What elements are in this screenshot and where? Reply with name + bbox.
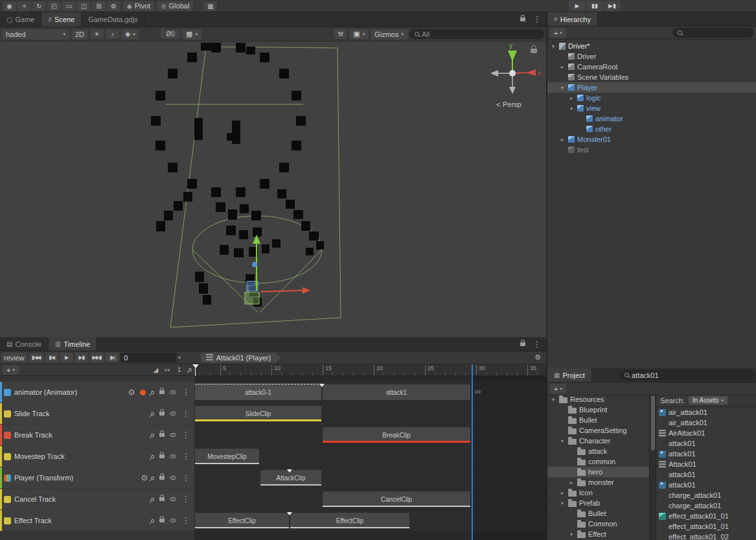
- rect-tool-icon[interactable]: ▭: [62, 1, 76, 11]
- lock-track-icon[interactable]: [159, 497, 165, 501]
- folder-monster[interactable]: ▸ monster: [547, 477, 649, 487]
- folder-camerasetting[interactable]: CameraSetting: [547, 425, 649, 436]
- folder-prefab[interactable]: ▾ Prefab: [547, 498, 649, 508]
- result-item[interactable]: AirAttack01: [656, 428, 756, 438]
- goto-start-button[interactable]: ▮◀◀: [29, 353, 43, 362]
- view-lock-icon[interactable]: [531, 49, 537, 53]
- clip-marker[interactable]: [287, 469, 292, 473]
- track-header-break[interactable]: Break Track ⋮: [0, 425, 194, 445]
- tab-gamedata[interactable]: GameData.gdjs: [82, 12, 144, 27]
- pin-icon[interactable]: [150, 454, 155, 458]
- track-menu-icon[interactable]: ⋮: [181, 430, 191, 440]
- kebab-menu-icon[interactable]: ⋮: [529, 340, 545, 349]
- transform-tool-icon[interactable]: ◫: [77, 1, 91, 11]
- result-item[interactable]: charge_attack01: [656, 490, 756, 500]
- expand-caret[interactable]: ▾: [550, 397, 556, 403]
- clip-ease-marker[interactable]: [319, 384, 325, 387]
- global-toggle[interactable]: ⊚ Global: [157, 1, 193, 11]
- timeline-ruler[interactable]: 5 10 15 20 25 30 35: [194, 364, 546, 376]
- clip-breakclip[interactable]: BreakClip: [322, 427, 471, 443]
- hierarchy-item-cameraroot[interactable]: ▸ CameraRoot: [547, 62, 756, 72]
- clip-movestepclip[interactable]: MovestepClip: [194, 448, 260, 465]
- pin-icon[interactable]: [150, 390, 155, 394]
- edit-mode-mix-icon[interactable]: ↦: [165, 366, 170, 373]
- hierarchy-item-animator[interactable]: animator: [547, 113, 756, 124]
- next-frame-button[interactable]: ▶▮: [75, 353, 88, 362]
- folder-prefab-effect[interactable]: ▾ Effect: [547, 529, 649, 539]
- mute-track-icon[interactable]: [170, 412, 176, 416]
- track-binding-target-icon[interactable]: ⊙: [141, 475, 148, 482]
- previous-frame-button[interactable]: ▮◀: [45, 353, 58, 362]
- expand-caret[interactable]: ▸: [568, 480, 575, 486]
- track-menu-icon[interactable]: ⋮: [181, 473, 191, 482]
- folder-blueprint[interactable]: Blueprint: [547, 405, 649, 415]
- create-object-button[interactable]: +▾: [550, 28, 566, 38]
- folder-attack[interactable]: attack: [547, 446, 649, 456]
- scene-search-input[interactable]: [422, 30, 539, 38]
- result-item[interactable]: effect_attack01_01: [656, 511, 756, 521]
- result-item[interactable]: Attack01: [656, 459, 756, 469]
- pin-icon[interactable]: [150, 475, 155, 480]
- hierarchy-item-other[interactable]: other: [547, 124, 756, 134]
- result-item[interactable]: air_attack01: [656, 417, 756, 428]
- lock-track-icon[interactable]: [159, 454, 165, 458]
- pivot-toggle[interactable]: ◆ Pivot: [123, 1, 154, 11]
- expand-caret[interactable]: ▾: [559, 500, 566, 506]
- hierarchy-item-driver[interactable]: Driver: [547, 51, 756, 62]
- shading-dropdown[interactable]: haded ▾: [2, 29, 69, 40]
- tab-timeline[interactable]: ▥ Timeline: [49, 337, 98, 351]
- expand-caret[interactable]: ▾: [568, 532, 575, 537]
- effects-dropdown[interactable]: ◈ ▾: [121, 29, 139, 40]
- 2d-toggle[interactable]: 2D: [71, 29, 88, 40]
- pin-icon[interactable]: [150, 432, 155, 437]
- result-item[interactable]: air_attack01: [656, 407, 756, 417]
- hierarchy-item-scene-variables[interactable]: Scene Variables: [547, 72, 756, 82]
- lighting-toggle-icon[interactable]: ☀: [90, 29, 104, 39]
- lock-track-icon[interactable]: [159, 390, 165, 394]
- folder-prefab-bullet[interactable]: Bullet: [547, 508, 649, 519]
- track-menu-icon[interactable]: ⋮: [181, 388, 191, 397]
- playhead-marker[interactable]: [192, 364, 199, 368]
- track-header-animator[interactable]: animator (Animator) ⊙ ⋮: [0, 382, 194, 403]
- pause-button[interactable]: ▮▮: [586, 1, 603, 11]
- folder-resources[interactable]: ▾ Resources: [547, 394, 649, 405]
- track-menu-icon[interactable]: ⋮: [181, 452, 191, 461]
- lock-track-icon[interactable]: [159, 519, 165, 522]
- hierarchy-search-input[interactable]: [685, 29, 748, 37]
- tools-overlay-icon[interactable]: ⚒: [334, 29, 347, 39]
- preview-toggle[interactable]: review: [1, 353, 27, 362]
- project-scrollbar[interactable]: [649, 394, 656, 540]
- scene-search-field[interactable]: [409, 29, 544, 39]
- axis-neg-y-cone[interactable]: [509, 87, 516, 94]
- camera-dropdown[interactable]: ▣ ▾: [349, 29, 369, 40]
- mute-track-icon[interactable]: [170, 390, 176, 394]
- lock-track-icon[interactable]: [159, 433, 165, 437]
- result-item[interactable]: attack01: [656, 449, 756, 459]
- clip-attack0-1[interactable]: attack0-1: [194, 384, 322, 401]
- hierarchy-item-logic[interactable]: ▸ logic: [547, 93, 756, 103]
- clip-attack1[interactable]: attack1: [322, 384, 471, 401]
- lock-icon[interactable]: [520, 18, 525, 21]
- audio-toggle-icon[interactable]: ♪: [106, 29, 119, 39]
- hierarchy-item-test[interactable]: test: [547, 145, 756, 155]
- folder-prefab-common[interactable]: Common: [547, 519, 649, 529]
- timeline-end-line[interactable]: [472, 364, 473, 540]
- play-range-button[interactable]: [▶]: [106, 353, 119, 362]
- tab-project[interactable]: ▦ Project: [547, 368, 592, 382]
- mute-track-icon[interactable]: [170, 497, 176, 501]
- result-item[interactable]: attack01: [656, 438, 756, 449]
- track-menu-icon[interactable]: ⋮: [181, 409, 191, 418]
- chevron-down-icon[interactable]: ▾: [178, 355, 181, 360]
- hidden-objects-badge[interactable]: Ø0: [161, 29, 180, 39]
- play-button[interactable]: ▶: [569, 1, 586, 11]
- tab-game[interactable]: ▢ Game: [0, 12, 41, 27]
- hand-tool-icon[interactable]: ◉: [3, 1, 16, 11]
- axis-x-cone[interactable]: [526, 69, 536, 76]
- timeline-play-button[interactable]: ▶: [60, 353, 73, 362]
- mute-track-icon[interactable]: [170, 519, 176, 522]
- hierarchy-item-view[interactable]: ▾ view: [547, 103, 756, 113]
- scrollbar-thumb[interactable]: [651, 395, 655, 451]
- hierarchy-item-player[interactable]: ▾ Player: [547, 82, 756, 93]
- folder-icon-dir[interactable]: ▸ Icon: [547, 487, 649, 498]
- result-item[interactable]: attack01: [656, 480, 756, 490]
